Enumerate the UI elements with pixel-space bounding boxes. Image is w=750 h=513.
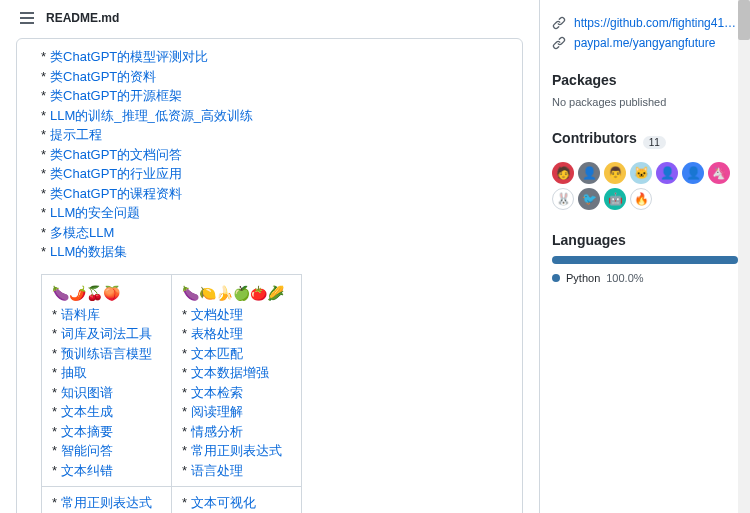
avatar[interactable]: 👤 (682, 162, 704, 184)
category-item: 知识图谱 (52, 383, 161, 403)
toc-item-link[interactable]: 类ChatGPT的开源框架 (50, 88, 182, 103)
toc-item-link[interactable]: 类ChatGPT的行业应用 (50, 166, 182, 181)
category-item-link[interactable]: 文本数据增强 (191, 365, 269, 380)
category-item-link[interactable]: 语料库 (61, 307, 100, 322)
category-item-link[interactable]: 文本匹配 (191, 346, 243, 361)
toc-item-link[interactable]: LLM的训练_推理_低资源_高效训练 (50, 108, 253, 123)
emoji-row-right-1: 🍆🍋🍌🍏🍅🌽 (182, 281, 291, 305)
category-item-link[interactable]: 文档处理 (191, 307, 243, 322)
category-item-link[interactable]: 词库及词法工具 (61, 326, 152, 341)
toc-item-link[interactable]: LLM的数据集 (50, 244, 127, 259)
category-list: 常用正则表达式事件抽取机器翻译数字转换指代消解文本聚类文本分类知识推理可解释NL… (52, 493, 161, 513)
avatar[interactable]: 🤖 (604, 188, 626, 210)
contributors-heading[interactable]: Contributors (552, 130, 637, 146)
readme-panel: README.md 类ChatGPT的模型评测对比类ChatGPT的资料类Cha… (0, 0, 540, 513)
language-dot (552, 274, 560, 282)
category-item: 文本摘要 (52, 422, 161, 442)
sidebar-link[interactable]: paypal.me/yangyangfuture (574, 36, 715, 50)
emoji-row-left-1: 🍆🌶️🍒🍑 (52, 281, 161, 305)
repo-sidebar: https://github.com/fighting41love/fun...… (540, 0, 750, 513)
toc-toggle-icon[interactable] (16, 8, 38, 28)
category-item: 预训练语言模型 (52, 344, 161, 364)
language-bar (552, 256, 738, 264)
language-pct: 100.0% (606, 272, 643, 284)
toc-item: LLM的训练_推理_低资源_高效训练 (41, 106, 506, 126)
avatar[interactable]: 🧑 (552, 162, 574, 184)
avatar[interactable]: 🦄 (708, 162, 730, 184)
category-item-link[interactable]: 文本可视化 (191, 495, 256, 510)
contributors-count: 11 (643, 136, 666, 149)
category-item: 语料库 (52, 305, 161, 325)
languages-heading: Languages (552, 232, 738, 248)
toc-item: 类ChatGPT的行业应用 (41, 164, 506, 184)
category-item-link[interactable]: 语言处理 (191, 463, 243, 478)
category-item-link[interactable]: 文本摘要 (61, 424, 113, 439)
category-item: 文本匹配 (182, 344, 291, 364)
category-item: 语言处理 (182, 461, 291, 481)
contributors-section: Contributors 11 🧑👤👨🐱👤👤🦄🐰🐦🤖🔥 (552, 130, 738, 210)
category-item-link[interactable]: 文本生成 (61, 404, 113, 419)
avatar[interactable]: 👨 (604, 162, 626, 184)
category-item-link[interactable]: 知识图谱 (61, 385, 113, 400)
category-item-link[interactable]: 预训练语言模型 (61, 346, 152, 361)
toc-item-link[interactable]: 类ChatGPT的文档问答 (50, 147, 182, 162)
category-item: 词库及词法工具 (52, 324, 161, 344)
toc-item-link[interactable]: 提示工程 (50, 127, 102, 142)
category-item: 文档处理 (182, 305, 291, 325)
toc-list: 类ChatGPT的模型评测对比类ChatGPT的资料类ChatGPT的开源框架L… (41, 47, 506, 262)
category-item-link[interactable]: 抽取 (61, 365, 87, 380)
category-item-link[interactable]: 表格处理 (191, 326, 243, 341)
sidebar-link-row: https://github.com/fighting41love/fun... (552, 16, 738, 30)
page-scrollbar-thumb[interactable] (738, 0, 750, 40)
category-item: 常用正则表达式 (182, 441, 291, 461)
category-item: 情感分析 (182, 422, 291, 442)
language-item[interactable]: Python 100.0% (552, 272, 738, 284)
avatar[interactable]: 👤 (578, 162, 600, 184)
packages-sub: No packages published (552, 96, 738, 108)
avatar[interactable]: 🔥 (630, 188, 652, 210)
avatar-grid: 🧑👤👨🐱👤👤🦄🐰🐦🤖🔥 (552, 162, 738, 210)
toc-item-link[interactable]: LLM的安全问题 (50, 205, 140, 220)
toc-item: 类ChatGPT的开源框架 (41, 86, 506, 106)
category-item-link[interactable]: 常用正则表达式 (191, 443, 282, 458)
category-item-link[interactable]: 阅读理解 (191, 404, 243, 419)
toc-item: 类ChatGPT的文档问答 (41, 145, 506, 165)
avatar[interactable]: 🐱 (630, 162, 652, 184)
category-item: 文本检索 (182, 383, 291, 403)
languages-section: Languages Python 100.0% (552, 232, 738, 284)
avatar[interactable]: 👤 (656, 162, 678, 184)
category-list: 文本可视化文本标注工具综合工具有趣搞笑工具课程报告面试等比赛金融NLP医疗NLP… (182, 493, 291, 513)
readme-body: 类ChatGPT的模型评测对比类ChatGPT的资料类ChatGPT的开源框架L… (16, 38, 523, 513)
category-item: 文本数据增强 (182, 363, 291, 383)
toc-item: LLM的安全问题 (41, 203, 506, 223)
category-item: 文本生成 (52, 402, 161, 422)
toc-item: 类ChatGPT的资料 (41, 67, 506, 87)
category-item-link[interactable]: 智能问答 (61, 443, 113, 458)
toc-item-link[interactable]: 类ChatGPT的资料 (50, 69, 156, 84)
readme-header: README.md (16, 0, 523, 38)
category-item-link[interactable]: 常用正则表达式 (61, 495, 152, 510)
avatar[interactable]: 🐰 (552, 188, 574, 210)
category-item-link[interactable]: 情感分析 (191, 424, 243, 439)
toc-item: 提示工程 (41, 125, 506, 145)
category-item: 常用正则表达式 (52, 493, 161, 513)
language-name: Python (566, 272, 600, 284)
category-table: 🍆🌶️🍒🍑 语料库词库及词法工具预训练语言模型抽取知识图谱文本生成文本摘要智能问… (41, 274, 302, 514)
toc-item: 类ChatGPT的模型评测对比 (41, 47, 506, 67)
toc-item-link[interactable]: 多模态LLM (50, 225, 114, 240)
toc-item: LLM的数据集 (41, 242, 506, 262)
avatar[interactable]: 🐦 (578, 188, 600, 210)
readme-title: README.md (46, 11, 119, 25)
packages-heading[interactable]: Packages (552, 72, 738, 88)
category-item-link[interactable]: 文本检索 (191, 385, 243, 400)
sidebar-link-row: paypal.me/yangyangfuture (552, 36, 738, 50)
page-scrollbar[interactable] (738, 0, 750, 513)
toc-item-link[interactable]: 类ChatGPT的模型评测对比 (50, 49, 208, 64)
category-item: 文本可视化 (182, 493, 291, 513)
category-item-link[interactable]: 文本纠错 (61, 463, 113, 478)
sidebar-link[interactable]: https://github.com/fighting41love/fun... (574, 16, 738, 30)
packages-section: Packages No packages published (552, 72, 738, 108)
toc-item-link[interactable]: 类ChatGPT的课程资料 (50, 186, 182, 201)
category-list: 语料库词库及词法工具预训练语言模型抽取知识图谱文本生成文本摘要智能问答文本纠错 (52, 305, 161, 481)
category-item: 表格处理 (182, 324, 291, 344)
